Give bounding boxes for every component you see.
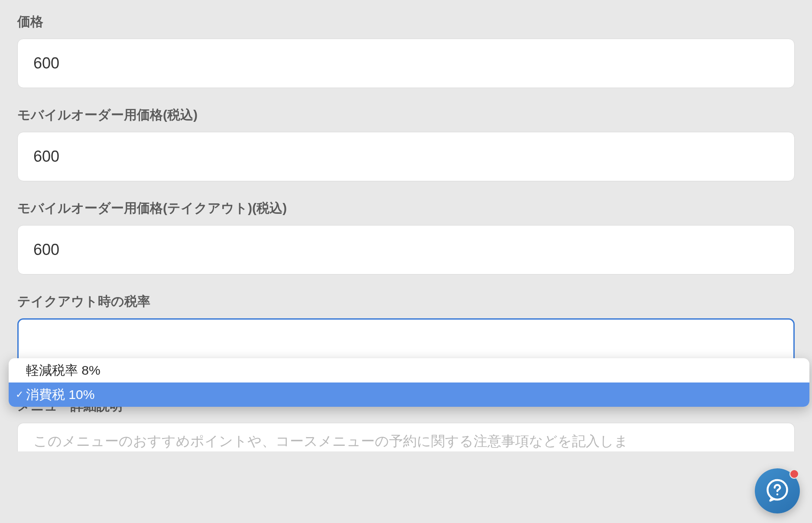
mobile-order-takeout-price-group: モバイルオーダー用価格(テイクアウト)(税込) — [17, 199, 795, 275]
tax-rate-option-10-label: 消費税 10% — [26, 386, 94, 404]
mobile-order-price-input[interactable] — [17, 132, 795, 181]
menu-detail-textarea[interactable]: このメニューのおすすめポイントや、コースメニューの予約に関する注意事項などを記入… — [17, 423, 795, 451]
mobile-order-takeout-price-input[interactable] — [17, 225, 795, 275]
price-group: 価格 — [17, 13, 795, 88]
svg-point-1 — [776, 494, 779, 496]
tax-rate-option-8[interactable]: 軽減税率 8% — [9, 358, 809, 382]
takeout-tax-rate-group: テイクアウト時の税率 — [17, 293, 795, 368]
tax-rate-dropdown: 軽減税率 8% ✓ 消費税 10% — [9, 358, 809, 407]
notification-dot-icon — [789, 469, 799, 479]
price-input[interactable] — [17, 39, 795, 88]
tax-rate-option-10[interactable]: ✓ 消費税 10% — [9, 382, 809, 407]
help-chat-button[interactable] — [755, 468, 800, 513]
check-icon: ✓ — [16, 389, 26, 400]
mobile-order-price-group: モバイルオーダー用価格(税込) — [17, 106, 795, 181]
help-chat-icon — [764, 478, 790, 504]
menu-edit-form: 価格 モバイルオーダー用価格(税込) モバイルオーダー用価格(テイクアウト)(税… — [0, 0, 812, 483]
takeout-tax-rate-label: テイクアウト時の税率 — [17, 293, 795, 311]
mobile-order-takeout-price-label: モバイルオーダー用価格(テイクアウト)(税込) — [17, 199, 795, 217]
price-label: 価格 — [17, 13, 795, 31]
mobile-order-price-label: モバイルオーダー用価格(税込) — [17, 106, 795, 124]
tax-rate-option-8-label: 軽減税率 8% — [26, 362, 101, 379]
